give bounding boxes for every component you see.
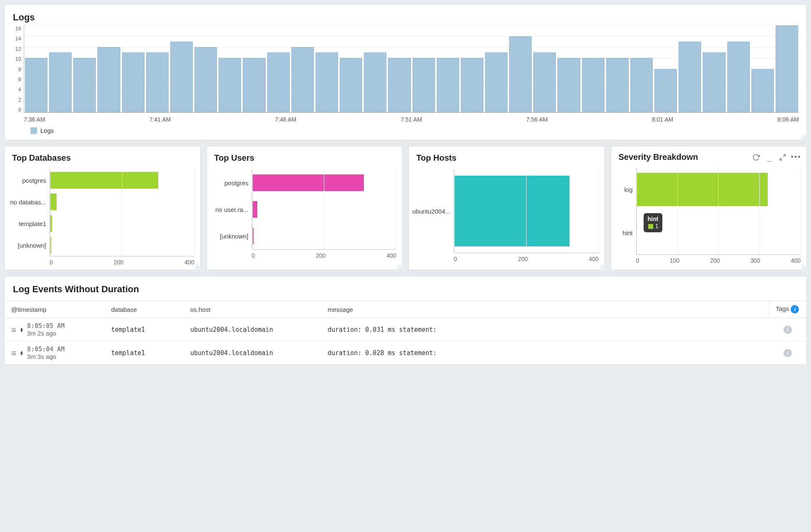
x-tick: 200 (316, 252, 326, 259)
logs-bar[interactable] (606, 58, 629, 112)
logs-bar[interactable] (485, 52, 507, 112)
minimize-icon[interactable]: _ (765, 153, 774, 162)
hbar[interactable] (637, 173, 768, 206)
logs-bar[interactable] (170, 42, 193, 112)
x-tick: 0 (636, 257, 639, 264)
drag-handle-icon[interactable]: ≡ (11, 325, 16, 335)
logs-bar[interactable] (146, 52, 169, 112)
hbar[interactable] (252, 201, 257, 218)
logs-bar[interactable] (97, 47, 120, 112)
top-hosts-title: Top Hosts (409, 147, 605, 167)
logs-y-axis: 1614121086420 (7, 25, 24, 113)
logs-bar[interactable] (291, 47, 314, 112)
resize-handle[interactable] (801, 135, 806, 139)
x-tick: 8:06 AM (778, 116, 799, 123)
x-tick: 200 (710, 257, 720, 264)
row-info-icon[interactable]: i (784, 349, 792, 357)
more-menu-icon[interactable]: ••• (791, 153, 801, 162)
col-timestamp[interactable]: @timestamp (5, 301, 104, 318)
logs-bar[interactable] (194, 47, 217, 112)
logs-legend-swatch (30, 127, 37, 134)
x-tick: 400 (791, 257, 801, 264)
hbar[interactable] (50, 215, 52, 232)
table-row[interactable]: ≡▲▼8:05:04 AM3m 3s agotemplate1ubuntu200… (5, 341, 806, 365)
table-row[interactable]: ≡▲▼8:05:05 AM3m 2s agotemplate1ubuntu200… (5, 318, 806, 341)
top-users-chart[interactable]: postgresno user.ra...[unknown] (207, 167, 403, 249)
row-host: ubuntu2004.localdomain (184, 341, 321, 365)
hbar[interactable] (50, 172, 158, 189)
x-tick: 8:01 AM (652, 116, 673, 123)
x-tick: 300 (751, 257, 760, 264)
logs-bar[interactable] (582, 58, 605, 112)
logs-bar[interactable] (679, 42, 701, 112)
col-host[interactable]: os.host (184, 301, 321, 318)
x-tick: 7:36 AM (24, 116, 45, 123)
resize-handle[interactable] (397, 265, 401, 269)
y-tick: 4 (18, 86, 21, 92)
row-ago: 3m 2s ago (27, 330, 65, 337)
hbar[interactable] (454, 176, 570, 246)
logs-bar[interactable] (533, 52, 556, 112)
logs-bar[interactable] (413, 58, 435, 112)
logs-bar[interactable] (630, 58, 653, 112)
logs-bar[interactable] (727, 42, 750, 112)
y-tick: 2 (18, 97, 21, 103)
logs-bar[interactable] (364, 52, 386, 112)
logs-timeline-chart[interactable]: 1614121086420 (7, 25, 799, 113)
tooltip-label: hint (648, 216, 659, 223)
x-tick: 100 (670, 257, 679, 264)
row-database: template1 (104, 341, 184, 365)
logs-bar[interactable] (49, 52, 72, 112)
logs-bar[interactable] (776, 25, 798, 112)
category-label: [unknown] (207, 223, 252, 249)
logs-bar[interactable] (703, 52, 725, 112)
top-users-title: Top Users (207, 147, 403, 167)
y-tick: 16 (15, 25, 21, 32)
row-timestamp: 8:05:05 AM (27, 322, 65, 330)
x-tick: 7:46 AM (275, 116, 296, 123)
logs-bar[interactable] (243, 58, 265, 112)
category-label: postgres (5, 169, 50, 191)
logs-bar[interactable] (388, 58, 410, 112)
severity-breakdown-chart[interactable]: loghint (611, 165, 807, 254)
col-tags[interactable]: Tags i (769, 301, 806, 318)
col-database[interactable]: database (104, 301, 184, 318)
logs-bar[interactable] (509, 36, 532, 112)
expand-row-icon[interactable]: ▲▼ (20, 327, 23, 332)
hbar[interactable] (50, 194, 57, 210)
drag-handle-icon[interactable]: ≡ (11, 348, 16, 358)
logs-bar[interactable] (340, 58, 362, 112)
logs-bar[interactable] (316, 52, 338, 112)
logs-bar[interactable] (461, 58, 483, 112)
x-tick: 0 (454, 256, 457, 262)
top-databases-chart[interactable]: postgresno databas...template1[unknown] (5, 167, 200, 256)
hbar[interactable] (252, 228, 254, 244)
resize-handle[interactable] (801, 265, 806, 269)
top-hosts-chart[interactable]: ubuntu2004... (409, 167, 605, 253)
hbar[interactable] (637, 216, 637, 249)
logs-bar[interactable] (437, 58, 459, 112)
category-label: hint (611, 211, 636, 254)
expand-row-icon[interactable]: ▲▼ (20, 351, 23, 355)
severity-breakdown-title: Severity Breakdown (619, 152, 748, 162)
expand-icon[interactable] (778, 153, 787, 162)
logs-x-axis: 7:36 AM7:41 AM7:46 AM7:51 AM7:56 AM8:01 … (24, 113, 799, 123)
logs-bar[interactable] (751, 69, 774, 113)
logs-bar[interactable] (122, 52, 144, 112)
logs-bar[interactable] (25, 58, 47, 112)
logs-bar[interactable] (267, 52, 290, 112)
tags-info-icon[interactable]: i (791, 305, 799, 313)
resize-handle[interactable] (195, 265, 199, 269)
row-info-icon[interactable]: i (784, 326, 792, 334)
logs-legend-label: Logs (40, 127, 54, 134)
logs-bar[interactable] (557, 58, 580, 112)
logs-bar[interactable] (654, 69, 677, 113)
resize-handle[interactable] (600, 265, 604, 269)
logs-bar[interactable] (73, 58, 96, 112)
refresh-icon[interactable] (751, 153, 761, 162)
logs-bar[interactable] (219, 58, 241, 112)
row-host: ubuntu2004.localdomain (184, 318, 321, 341)
hbar[interactable] (252, 174, 364, 191)
hbar[interactable] (50, 237, 51, 254)
col-message[interactable]: message (321, 301, 769, 318)
